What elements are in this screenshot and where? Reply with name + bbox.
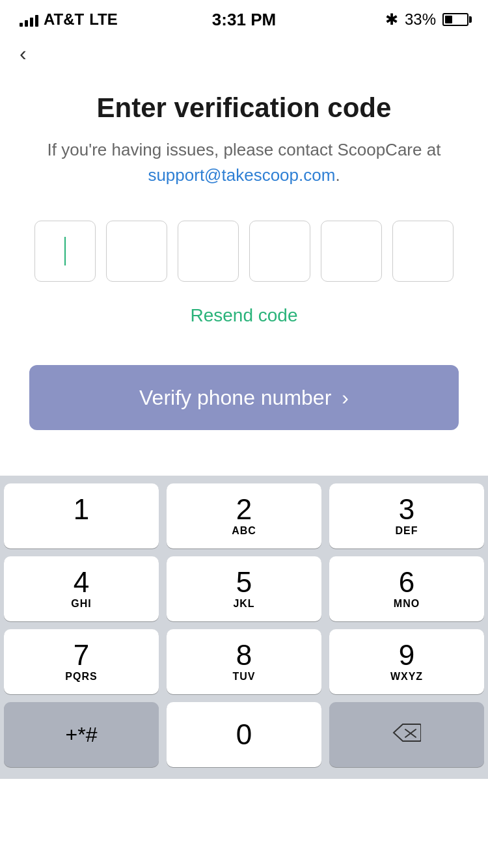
key-symbols-label: +*# xyxy=(66,723,98,747)
subtitle-text-part1: If you're having issues, please contact … xyxy=(47,140,441,159)
support-email[interactable]: support@takescoop.com xyxy=(148,165,335,185)
key-0[interactable]: 0 xyxy=(167,702,321,767)
status-bar: AT&T LTE 3:31 PM ✱ 33% xyxy=(0,0,488,35)
cursor-indicator xyxy=(64,237,66,265)
key-8-letters: TUV xyxy=(233,671,256,683)
verify-phone-button[interactable]: Verify phone number › xyxy=(29,365,459,430)
carrier-name: AT&T xyxy=(44,10,84,29)
key-9[interactable]: 9 WXYZ xyxy=(329,629,484,694)
delete-icon xyxy=(392,721,421,748)
keyboard-row-1: 1 2 ABC 3 DEF xyxy=(4,483,484,549)
keyboard-row-4: +*# 0 xyxy=(4,702,484,767)
key-8-number: 8 xyxy=(236,641,252,670)
key-1-letters xyxy=(79,525,83,537)
network-type: LTE xyxy=(89,10,118,29)
key-6-number: 6 xyxy=(399,568,414,597)
battery-icon xyxy=(442,13,468,26)
code-box-5[interactable] xyxy=(321,221,382,282)
resend-code-button[interactable]: Resend code xyxy=(26,305,462,326)
key-3[interactable]: 3 DEF xyxy=(329,483,484,549)
key-1-number: 1 xyxy=(74,495,89,524)
bluetooth-icon: ✱ xyxy=(385,10,398,29)
subtitle-text-part2: . xyxy=(335,165,340,185)
code-box-4[interactable] xyxy=(249,221,310,282)
key-3-number: 3 xyxy=(399,495,414,524)
status-time: 3:31 PM xyxy=(212,10,276,30)
keyboard-row-2: 4 GHI 5 JKL 6 MNO xyxy=(4,556,484,621)
status-right: ✱ 33% xyxy=(385,10,468,29)
signal-strength-icon xyxy=(20,12,38,27)
key-2-letters: ABC xyxy=(232,525,256,537)
verify-button-label: Verify phone number xyxy=(139,386,331,410)
key-1[interactable]: 1 xyxy=(4,483,159,549)
key-symbols[interactable]: +*# xyxy=(4,702,159,767)
subtitle: If you're having issues, please contact … xyxy=(26,137,462,188)
carrier-info: AT&T LTE xyxy=(20,10,118,29)
key-4[interactable]: 4 GHI xyxy=(4,556,159,621)
key-5-number: 5 xyxy=(236,568,252,597)
code-box-3[interactable] xyxy=(178,221,239,282)
nav-bar: ‹ xyxy=(0,35,488,79)
numeric-keyboard: 1 2 ABC 3 DEF 4 GHI 5 JKL 6 MNO 7 PQRS xyxy=(0,476,488,779)
key-3-letters: DEF xyxy=(396,525,418,537)
key-5-letters: JKL xyxy=(233,598,254,610)
battery-percent: 33% xyxy=(405,10,436,29)
main-content: Enter verification code If you're having… xyxy=(0,79,488,450)
key-7[interactable]: 7 PQRS xyxy=(4,629,159,694)
key-4-letters: GHI xyxy=(71,598,91,610)
back-button[interactable]: ‹ xyxy=(20,42,27,66)
code-box-6[interactable] xyxy=(392,221,454,282)
verify-chevron-icon: › xyxy=(342,386,349,410)
page-title: Enter verification code xyxy=(26,92,462,124)
key-0-number: 0 xyxy=(236,720,252,749)
key-6-letters: MNO xyxy=(394,598,420,610)
key-4-number: 4 xyxy=(74,568,89,597)
code-box-1[interactable] xyxy=(34,221,96,282)
key-7-letters: PQRS xyxy=(65,671,97,683)
key-delete[interactable] xyxy=(329,702,484,767)
keyboard-row-3: 7 PQRS 8 TUV 9 WXYZ xyxy=(4,629,484,694)
key-9-number: 9 xyxy=(399,641,414,670)
code-input-group xyxy=(26,221,462,282)
key-5[interactable]: 5 JKL xyxy=(167,556,321,621)
key-2[interactable]: 2 ABC xyxy=(167,483,321,549)
key-2-number: 2 xyxy=(236,495,252,524)
key-7-number: 7 xyxy=(74,641,89,670)
key-9-letters: WXYZ xyxy=(390,671,423,683)
key-8[interactable]: 8 TUV xyxy=(167,629,321,694)
key-6[interactable]: 6 MNO xyxy=(329,556,484,621)
code-box-2[interactable] xyxy=(106,221,167,282)
